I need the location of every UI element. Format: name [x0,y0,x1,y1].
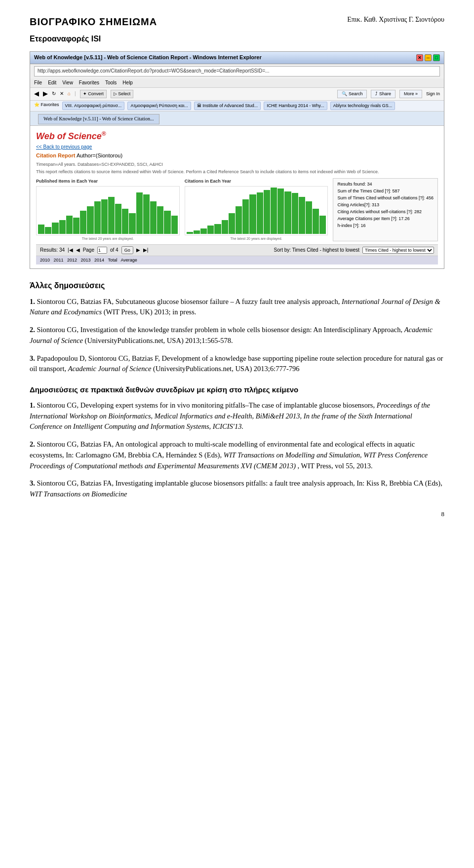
chart2-title: Citations in Each Year [185,178,328,185]
header-section: ΒΙΟΓΡΑΦΙΚΟ ΣΗΜΕΙΩΜΑ Ετεροαναφορές ISI Επ… [30,15,444,44]
bar [207,226,214,234]
page-input[interactable] [97,247,107,254]
select-btn[interactable]: ▷ Select [111,90,134,98]
wos-logo: Web of Science® [36,130,438,143]
year-bar: 2010 2011 2012 2013 2014 Total Average [36,256,438,264]
bar [80,211,86,234]
back-link[interactable]: << Back to previous page [36,144,438,151]
cr-timespan: Timespan=All years. Databases=SCI-EXPAND… [36,161,438,168]
nav-last[interactable]: ▶| [143,247,149,254]
sort-select[interactable]: Times Cited - highest to lowest [362,247,434,254]
stats-results-label: Results found: 34 [337,181,372,188]
chart2-note: The latest 20 years are displayed. [185,236,328,241]
bar [306,201,312,234]
bar [38,225,44,234]
nav-prev[interactable]: ◀ [76,247,80,254]
bar [187,232,193,234]
conf-number-3: 3. [30,479,35,487]
stats-h: h-index [?]: 16 [337,223,434,229]
chart2-visual [185,186,328,235]
convert-btn[interactable]: ✦ Convert [80,90,107,98]
fav-5[interactable]: Ablynx technology rivals GS... [330,102,395,110]
bar [129,213,135,234]
stats-avg-text: Average Citations per Item [?]: 17.26 [337,216,409,222]
fav-4[interactable]: ICHE Hamburg 2014 - Why... [264,102,327,110]
stats-citing-text: Citing Articles[?]: 313 [337,202,379,208]
fav-2[interactable]: Ατμοσφαιρική Ρύπανση και... [127,102,191,110]
menu-view[interactable]: View [62,79,73,87]
close-button[interactable]: ✕ [416,54,423,61]
stats-h-text: h-index [?]: 16 [337,223,365,229]
share-btn[interactable]: ⤴ Share [371,90,395,98]
maximize-button[interactable]: □ [433,54,440,61]
fav-1[interactable]: VIII. Ατμοσφαιρική ρύπανσ... [62,102,125,110]
conf-number-2: 2. [30,440,35,448]
menu-edit[interactable]: Edit [48,79,56,87]
bar [73,218,79,234]
pub-text2-2: (UniversityPublications.net, USA) 2013;1… [85,337,233,344]
bar [59,220,66,234]
pub-entry-1: 1. Siontorou CG, Batzias FA, Subcutaneou… [30,297,444,318]
conf-text2-2: , WIT Press, vol 55, 2013. [298,462,373,470]
favorites-bar: ⭐ Favorites VIII. Ατμοσφαιρική ρύπανσ...… [30,101,444,112]
menu-help[interactable]: Help [122,79,133,87]
stop-btn[interactable]: ✕ [60,90,64,98]
stats-citing-no-self-text: Citing Articles without self-citations [… [337,209,422,215]
bar [143,194,150,234]
stats-citing: Citing Articles[?]: 313 [337,202,434,208]
bar [52,223,58,234]
bar [277,189,284,234]
conf-entry-1: 1. Siontorou CG, Developing expert syste… [30,400,444,432]
subtitle: Επικ. Καθ. Χριστίνας Γ. Σιοντόρου [347,15,444,25]
pub-number-1: 1. [30,298,35,305]
page-of: of 4 [110,247,118,254]
bar [66,216,73,234]
bar [194,230,200,234]
menu-tools[interactable]: Tools [105,79,117,87]
pub-number-2: 2. [30,326,35,334]
menu-favorites[interactable]: Favorites [79,79,99,87]
window-controls: ✕ ─ □ [416,54,440,61]
pub-italic-3: Academic Journal of Science [68,365,152,373]
browser-toolbar: ◀ ▶ ↻ ✕ ⌂ | ✦ Convert ▷ Select 🔍 Search … [30,88,444,101]
refresh-btn[interactable]: ↻ [52,90,56,98]
results-count: Results: 34 [40,247,65,254]
bar [292,193,298,234]
isi-label: Ετεροαναφορές ISI [30,33,157,44]
fwd-btn[interactable]: ▶ [43,89,48,99]
pub-text-2: Siontorou CG, Investigation of the knowl… [37,326,404,334]
go-button[interactable]: Go [121,246,133,254]
cr-author: Author=(Siontorou) [77,152,122,158]
chart1-visual [36,186,180,235]
conf-italic-3: WIT Transactions on Biomedicine [30,490,127,498]
header-right: Επικ. Καθ. Χριστίνας Γ. Σιοντόρου [347,15,444,25]
more-btn[interactable]: More » [399,90,422,98]
chart1-title: Published Items in Each Year [36,178,180,185]
bar [87,206,93,234]
pub-number-3: 3. [30,354,35,362]
bar [214,224,221,234]
minimize-button[interactable]: ─ [425,54,432,61]
address-bar[interactable]: http://apps.webofknowledge.com/CitationR… [34,66,440,76]
browser-tab[interactable]: Web of Knowledge [v.5.11] - Web of Scien… [38,114,159,124]
main-title: ΒΙΟΓΡΑΦΙΚΟ ΣΗΜΕΙΩΜΑ [30,15,157,29]
favorites-icon: ⭐ Favorites [34,102,59,110]
conf-text-3: Siontorou CG, Batzias FA, Investigating … [37,479,442,487]
bar [222,220,228,234]
toolbar-sep: | [75,90,76,98]
bar [108,197,115,234]
bar [319,216,326,234]
back-btn[interactable]: ◀ [34,89,39,99]
signin-btn[interactable]: Sign In [426,91,440,97]
stats-avg: Average Citations per Item [?]: 17.26 [337,216,434,222]
home-btn[interactable]: ⌂ [68,90,71,98]
pub-entry-3: 3. Papadopoulou D, Siontorou CG, Batzias… [30,353,444,375]
nav-first[interactable]: |◀ [68,247,73,254]
menu-file[interactable]: File [34,79,42,87]
pub-text2-1: (WIT Press, UK) 2013; in press. [104,308,197,316]
browser-title-bar: Web of Knowledge [v.5.11] - Web of Scien… [30,52,444,64]
nav-next[interactable]: ▶ [136,247,140,254]
page-number: 8 [30,510,444,519]
search-btn[interactable]: 🔍 Search [337,90,367,98]
fav-3[interactable]: 🏛 Institute of Advanced Stud... [194,102,261,110]
